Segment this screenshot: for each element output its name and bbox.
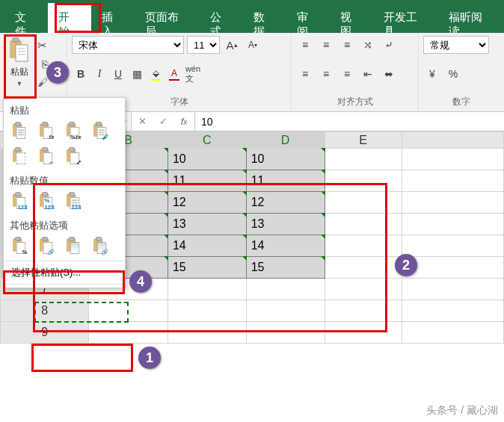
italic-button[interactable]: I [90, 65, 108, 83]
tab-data[interactable]: 数据 [243, 3, 286, 33]
cell[interactable] [168, 279, 246, 300]
cell[interactable] [402, 214, 503, 235]
paste-link-icon[interactable]: 🔗 [37, 237, 59, 259]
align-bot-icon[interactable]: ≡ [338, 36, 356, 54]
align-center-icon[interactable]: ≡ [317, 65, 335, 83]
cell[interactable] [402, 279, 503, 300]
row-header-9[interactable]: 9 [1, 322, 89, 344]
paste-all-icon[interactable] [10, 122, 32, 144]
formula-bar-value[interactable]: 10 [195, 112, 504, 131]
cell[interactable]: 14 [168, 235, 246, 257]
cell[interactable]: 13 [246, 214, 325, 235]
paste-keep-source-icon[interactable]: 🖌 [90, 122, 113, 144]
ribbon-tabs: 文件 开始 插入 页面布局 公式 数据 审阅 视图 开发工具 福昕阅读 [0, 3, 504, 33]
cell[interactable]: 14 [246, 235, 325, 257]
cell[interactable] [168, 322, 246, 344]
col-header-D[interactable]: D [246, 132, 325, 149]
grow-font-icon[interactable]: A▴ [223, 36, 241, 54]
underline-button[interactable]: U [109, 65, 127, 83]
tab-layout[interactable]: 页面布局 [135, 3, 200, 33]
cell-A8[interactable] [89, 300, 168, 322]
fill-color-button[interactable]: ⬙ [147, 65, 165, 83]
cell[interactable] [325, 300, 402, 322]
cell[interactable] [246, 300, 325, 322]
paste-formatting-icon[interactable]: % [10, 237, 32, 259]
cell[interactable] [402, 192, 503, 214]
merge-button[interactable]: ⬌ [380, 65, 398, 83]
cell[interactable]: 15 [246, 257, 325, 279]
cell[interactable]: 11 [168, 170, 246, 192]
tab-formula[interactable]: 公式 [200, 3, 243, 33]
align-right-icon[interactable]: ≡ [338, 65, 356, 83]
paste-col-width-icon[interactable]: ↔ [37, 147, 59, 170]
cell[interactable]: 12 [246, 192, 325, 214]
cell[interactable]: 11 [246, 170, 325, 192]
cell[interactable]: 12 [168, 192, 246, 214]
col-header-E[interactable]: E [325, 132, 402, 149]
tab-file[interactable]: 文件 [4, 3, 48, 33]
align-mid-icon[interactable]: ≡ [317, 36, 335, 54]
align-top-icon[interactable]: ≡ [296, 36, 314, 54]
cell[interactable] [402, 300, 503, 322]
cell[interactable] [402, 170, 503, 192]
cell[interactable] [325, 322, 402, 344]
cell[interactable] [325, 192, 402, 214]
cell[interactable] [325, 149, 402, 170]
phonetic-button[interactable]: wén文 [184, 65, 202, 83]
orientation-icon[interactable]: ⤭ [359, 36, 377, 54]
row-header-8[interactable]: 8 [1, 300, 89, 322]
paste-formulas-icon[interactable]: fx [37, 122, 59, 144]
col-header[interactable] [402, 132, 503, 149]
cut-icon[interactable]: ✂ [37, 39, 52, 52]
font-color-button[interactable]: A [165, 65, 183, 83]
paste-values-number-icon[interactable]: %123 [37, 192, 59, 214]
cell[interactable] [325, 214, 402, 235]
paste-values-icon[interactable]: 123 [10, 192, 32, 214]
cell[interactable] [325, 235, 402, 257]
cell[interactable] [168, 300, 246, 322]
paste-formulas-number-icon[interactable]: %fx [64, 122, 86, 144]
cell[interactable]: 13 [168, 214, 246, 235]
paste-section-other: 其他粘贴选项 [4, 216, 125, 235]
cell[interactable] [89, 322, 168, 344]
paste-no-borders-icon[interactable] [10, 147, 32, 170]
wrap-text-button[interactable]: ⤶ [380, 36, 398, 54]
tab-home[interactable]: 开始 [48, 3, 91, 33]
paste-button[interactable]: 粘贴 ▼ [4, 36, 34, 89]
cancel-icon[interactable]: ✕ [132, 116, 153, 127]
indent-dec-icon[interactable]: ⇤ [359, 65, 377, 83]
cell[interactable]: 10 [246, 149, 325, 170]
cell[interactable] [325, 257, 402, 279]
font-name-select[interactable]: 宋体 [72, 36, 184, 54]
bold-button[interactable]: B [72, 65, 90, 83]
cell[interactable] [402, 322, 503, 344]
cell[interactable] [246, 279, 325, 300]
enter-icon[interactable]: ✓ [153, 116, 173, 127]
shrink-font-icon[interactable]: A▾ [244, 36, 262, 54]
cell[interactable] [402, 235, 503, 257]
col-header-C[interactable]: C [168, 132, 246, 149]
paste-special-item[interactable]: 选择性粘贴(S)... [4, 261, 125, 285]
cell[interactable] [246, 322, 325, 344]
tab-insert[interactable]: 插入 [91, 3, 135, 33]
cell[interactable] [325, 279, 402, 300]
tab-review[interactable]: 审阅 [286, 3, 330, 33]
align-left-icon[interactable]: ≡ [296, 65, 314, 83]
paste-values-source-icon[interactable]: 123 [64, 192, 86, 214]
percent-icon[interactable]: % [444, 65, 462, 83]
cell[interactable]: 10 [168, 149, 246, 170]
tab-foxit[interactable]: 福昕阅读 [438, 3, 504, 33]
tab-view[interactable]: 视图 [330, 3, 373, 33]
paste-linked-picture-icon[interactable]: 🔗 [90, 237, 113, 259]
paste-picture-icon[interactable] [64, 237, 86, 259]
fx-icon[interactable]: fx [173, 116, 194, 127]
font-size-select[interactable]: 11 [187, 36, 220, 54]
cell[interactable]: 15 [168, 257, 246, 279]
accounting-icon[interactable]: ¥ [423, 65, 441, 83]
cell[interactable] [325, 170, 402, 192]
cell[interactable] [402, 149, 503, 170]
tab-dev[interactable]: 开发工具 [373, 3, 439, 33]
number-format-select[interactable]: 常规 [423, 36, 489, 54]
border-button[interactable]: ▦ [128, 65, 146, 83]
paste-transpose-icon[interactable]: ⤢ [64, 147, 86, 170]
